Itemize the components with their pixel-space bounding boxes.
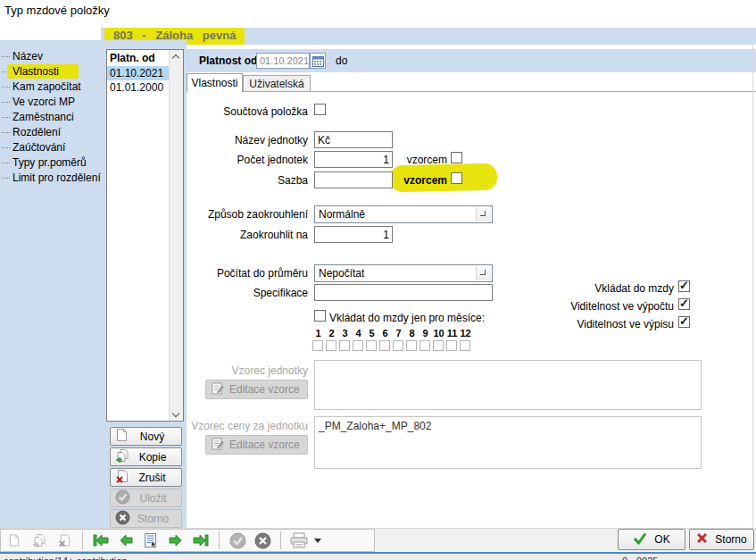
list-scrollbar[interactable] [169, 50, 183, 421]
record-header-bar: 803 - Záloha pevná [101, 28, 756, 45]
delete-icon[interactable] [54, 531, 74, 549]
average-label: Počítat do průměru [187, 267, 308, 280]
rate-label: Sazba [187, 174, 308, 187]
page-title: Typ mzdové položky [4, 4, 110, 17]
status-right-text: 0 - 0025 [622, 555, 658, 560]
unit-count-formula-checkbox[interactable] [451, 152, 462, 163]
rate-formula-checkbox[interactable] [451, 172, 462, 184]
new-record-button[interactable]: Nový [110, 427, 182, 446]
browse-icon[interactable] [141, 531, 161, 549]
ok-check-icon [633, 532, 647, 547]
edit-unit-formula-button[interactable]: Editace vzorce [205, 380, 308, 399]
tab-vlastnosti[interactable]: Vlastnosti [187, 73, 243, 92]
month-11-checkbox[interactable] [446, 340, 457, 351]
copy-icon[interactable] [29, 531, 49, 549]
copy-icon [115, 448, 129, 465]
month-3-checkbox[interactable] [339, 340, 350, 351]
delete-icon [115, 469, 129, 486]
sidebar-item-vlastnosti[interactable]: Vlastnosti [0, 64, 101, 79]
ok-button[interactable]: OK [618, 529, 685, 550]
nav-last-icon[interactable] [191, 531, 211, 549]
sum-item-checkbox[interactable] [314, 104, 326, 115]
save-icon [115, 489, 130, 507]
chevron-down-icon[interactable] [476, 266, 491, 280]
sidebar-item-zauctovani[interactable]: Zaúčtování [0, 140, 101, 155]
month-9-checkbox[interactable] [420, 340, 430, 351]
rounding-method-label: Způsob zaokrouhlení [187, 208, 308, 221]
average-select[interactable]: Nepočítat [314, 264, 493, 282]
unit-name-input[interactable]: Kč [314, 131, 393, 148]
sidebar-item-zamestnanci[interactable]: Zaměstnanci [0, 110, 101, 125]
month-4-checkbox[interactable] [353, 340, 363, 351]
month-1-checkbox[interactable] [312, 340, 323, 351]
validity-history-list: Platn. od 01.10.2021 01.01.2000 [106, 49, 184, 422]
calendar-icon [312, 55, 324, 67]
storno-button[interactable]: Storno [689, 529, 754, 550]
cancel-record-button[interactable]: Storno [110, 509, 182, 528]
round-to-label: Zaokrouhlit na [187, 229, 308, 241]
specification-label: Specifikace [187, 287, 308, 299]
tab-uzivatelska[interactable]: Uživatelská [243, 75, 311, 92]
sidebar-item-nazev[interactable]: Název [0, 49, 101, 64]
nav-prev-icon[interactable] [116, 531, 136, 549]
month-8-checkbox[interactable] [406, 340, 417, 351]
sidebar-item-limit-pro-rozdeleni[interactable]: Limit pro rozdělení [0, 171, 101, 186]
toolbar-separator [82, 531, 83, 549]
scroll-up-icon[interactable] [170, 50, 184, 64]
visibility-listing-checkbox[interactable]: ✓ [678, 316, 690, 328]
unit-count-label: Počet jednotek [187, 154, 308, 166]
validity-from-field[interactable]: 01.10.2021 [256, 53, 310, 69]
sidebar-item-rozdeleni[interactable]: Rozdělení [0, 125, 101, 140]
dropdown-caret-icon[interactable] [314, 539, 321, 543]
window-right-edge [752, 45, 753, 528]
nav-first-icon[interactable] [91, 531, 111, 549]
cancel-icon [115, 510, 130, 528]
month-6-checkbox[interactable] [379, 340, 390, 351]
visibility-calculation-label: Viditelnost ve výpočtu [454, 300, 674, 313]
status-left-text: contribution/14+ contribution [4, 555, 128, 560]
calendar-button[interactable] [310, 53, 326, 69]
rate-formula-label: vzorcem [365, 174, 447, 187]
month-5-checkbox[interactable] [366, 340, 377, 351]
sidebar-item-typy-pr-pomeru[interactable]: Typy pr.poměrů [0, 155, 101, 171]
new-page-icon [115, 428, 129, 445]
validity-to-label: do [336, 54, 347, 67]
status-bar: contribution/14+ contribution 0 - 0025 [0, 552, 756, 560]
month-10-checkbox[interactable] [433, 340, 444, 351]
delete-record-button[interactable]: Zrušit [110, 468, 182, 487]
list-item[interactable]: 01.01.2000 [107, 80, 169, 95]
list-item[interactable]: 01.10.2021 [107, 66, 169, 80]
scroll-down-icon[interactable] [170, 406, 184, 421]
months-only-checkbox[interactable] [314, 310, 326, 322]
save-icon[interactable] [228, 531, 247, 549]
edit-price-formula-button[interactable]: Editace vzorce [205, 435, 308, 455]
validity-from-label: Platnost od [199, 54, 257, 67]
copy-record-button[interactable]: Kopie [110, 447, 182, 466]
toolbar-separator [280, 531, 281, 549]
validity-strip: Platnost od 01.10.2021 do [187, 49, 756, 72]
typ-mzdove-polozky-window: Typ mzdové položky 803 - Záloha pevná Ná… [0, 0, 756, 560]
new-page-icon[interactable] [4, 531, 24, 549]
month-12-checkbox[interactable] [460, 340, 470, 351]
price-formula-textarea[interactable]: _PM_Zaloha+_MP_802 [314, 416, 702, 469]
rounding-method-select[interactable]: Normálně [314, 205, 493, 223]
navigation-toolbar [0, 529, 375, 552]
toolbar-separator [219, 531, 220, 549]
save-record-button[interactable]: Uložit [110, 489, 182, 507]
unit-formula-textarea[interactable] [314, 360, 702, 410]
sidebar-item-ve-vzorci-mp[interactable]: Ve vzorci MP [0, 95, 101, 110]
insert-into-wage-checkbox[interactable]: ✓ [678, 280, 690, 292]
left-panel: Název Vlastnosti Kam započítat Ve vzorci… [0, 40, 187, 528]
visibility-calculation-checkbox[interactable]: ✓ [678, 298, 690, 310]
visibility-listing-label: Viditelnost ve výpisu [454, 318, 674, 330]
print-icon[interactable] [289, 531, 309, 549]
month-2-checkbox[interactable] [326, 340, 336, 351]
sidebar-tree: Název Vlastnosti Kam započítat Ve vzorci… [0, 49, 101, 186]
round-to-input[interactable]: 1 [314, 226, 393, 243]
cancel-icon[interactable] [253, 531, 272, 549]
nav-next-icon[interactable] [166, 531, 186, 549]
month-7-checkbox[interactable] [393, 340, 403, 351]
chevron-down-icon[interactable] [476, 207, 491, 221]
edit-formula-icon [212, 382, 224, 397]
sidebar-item-kam-zapocitat[interactable]: Kam započítat [0, 79, 101, 95]
